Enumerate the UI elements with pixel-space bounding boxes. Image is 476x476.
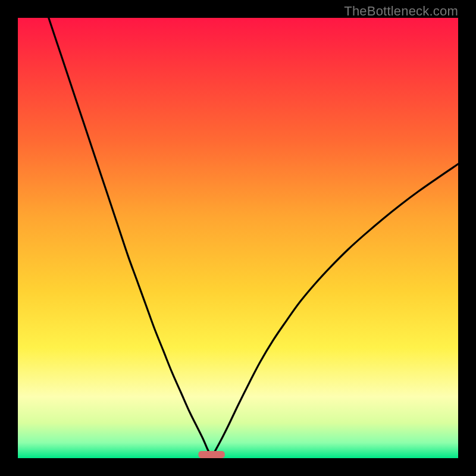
chart-frame (18, 18, 458, 458)
bottleneck-chart (18, 18, 458, 458)
chart-background-gradient (18, 18, 458, 458)
watermark-text: TheBottleneck.com (344, 4, 458, 19)
bottleneck-min-marker (198, 451, 224, 458)
